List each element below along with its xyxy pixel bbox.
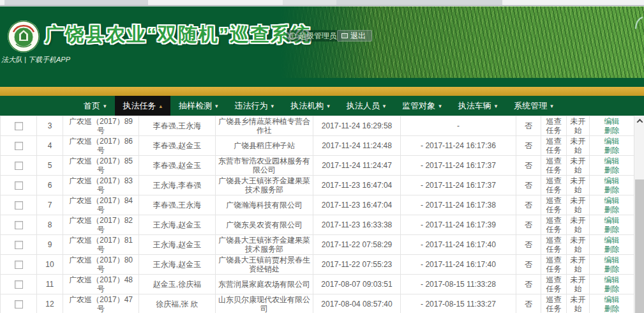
row-checkbox[interactable]	[15, 261, 23, 269]
edit-link[interactable]: 编辑	[604, 216, 620, 225]
task-type-cell: 巡查任务	[541, 156, 567, 176]
target-company-cell: 广饶东吴农资有限公司	[216, 215, 313, 235]
table-row: 6 广农巡（2017）83号 王永海,李春强 广饶县大王镇张齐金建果菜技术服务部…	[1, 176, 634, 195]
officers-cell: 王永海,赵金玉	[139, 235, 216, 255]
edit-link[interactable]: 编辑	[604, 236, 620, 245]
checkbox-cell	[1, 116, 37, 136]
row-number-cell: 11	[37, 275, 63, 294]
nav-item[interactable]: 系统管理 ▾	[505, 96, 562, 116]
delete-link[interactable]: 删除	[604, 165, 620, 174]
row-checkbox[interactable]	[15, 181, 23, 190]
doc-number-cell: 广农巡（2017）83号	[63, 176, 139, 195]
row-checkbox[interactable]	[15, 241, 23, 249]
nav-item-label: 执法机构	[290, 100, 324, 112]
logout-button[interactable]: 退出	[337, 30, 372, 42]
officers-cell: 王永海,赵金玉	[139, 255, 216, 275]
actions-cell: 编辑删除	[590, 294, 634, 313]
user-role-label: 超级管理员	[299, 31, 337, 42]
row-checkbox[interactable]	[15, 221, 23, 229]
created-time-cell: 2017-11-22 07:55:23	[313, 255, 401, 275]
flag-cell: 否	[516, 294, 541, 313]
time-range-cell: - 2017-08-15 11:33:28	[401, 275, 516, 294]
actions-cell: 编辑删除	[590, 156, 634, 176]
edit-link[interactable]: 编辑	[604, 156, 620, 165]
delete-link[interactable]: 删除	[604, 205, 620, 214]
row-checkbox[interactable]	[15, 162, 23, 170]
time-range-cell: - 2017-08-15 11:33:27	[401, 294, 516, 313]
edit-link[interactable]: 编辑	[604, 196, 620, 205]
doc-number-cell: 广农巡（2017）89号	[63, 116, 139, 136]
flag-cell: 否	[516, 255, 541, 275]
nav-item[interactable]: 违法行为 ▾	[227, 96, 283, 116]
doc-number-cell: 广农巡（2017）86号	[63, 136, 139, 156]
created-time-cell: 2017-11-22 07:58:29	[313, 235, 401, 255]
browser-tab-segment	[283, 0, 336, 5]
table-row: 4 广农巡（2017）86号 李春强,赵金玉 广饶县稻庄种子站 2017-11-…	[1, 136, 634, 156]
nav-item[interactable]: 执法人员 ▾	[338, 96, 394, 116]
vertical-scrollbar[interactable]	[634, 116, 644, 313]
edit-link[interactable]: 编辑	[604, 275, 620, 284]
delete-link[interactable]: 删除	[604, 185, 620, 194]
time-range-cell: - 2017-11-24 16:17:40	[401, 255, 516, 275]
checkbox-cell	[1, 176, 37, 195]
flag-cell: 否	[516, 156, 541, 176]
delete-link[interactable]: 删除	[604, 284, 620, 293]
edit-link[interactable]: 编辑	[604, 295, 620, 304]
flag-cell: 否	[516, 235, 541, 255]
time-range-cell: - 2017-11-24 16:17:39	[401, 215, 516, 235]
row-number-cell: 3	[37, 116, 63, 136]
delete-link[interactable]: 删除	[604, 225, 620, 234]
nav-item[interactable]: 首页 ▾	[75, 96, 115, 116]
gold-divider-bar	[0, 87, 644, 96]
delete-link[interactable]: 删除	[604, 304, 620, 313]
table-row: 3 广农巡（2017）89号 李春强,王永海 广饶县乡情蔬菜种植专营合作社 20…	[1, 116, 634, 136]
scroll-up-arrow[interactable]	[634, 116, 644, 126]
target-company-cell: 山东贝尔康现代农业有限公司	[216, 294, 313, 313]
delete-link[interactable]: 删除	[604, 245, 620, 254]
flag-cell: 否	[516, 136, 541, 156]
time-range-cell: - 2017-11-24 16:17:40	[401, 235, 516, 255]
delete-link[interactable]: 删除	[604, 264, 620, 273]
nav-item[interactable]: 监管对象 ▾	[394, 96, 450, 116]
delete-link[interactable]: 删除	[604, 146, 620, 155]
row-checkbox[interactable]	[15, 122, 23, 130]
checkbox-cell	[1, 215, 37, 235]
nav-item-label: 首页	[84, 100, 100, 112]
browser-tab-segment	[4, 0, 148, 5]
task-type-cell: 巡查任务	[541, 116, 567, 136]
row-checkbox[interactable]	[15, 300, 23, 309]
delete-link[interactable]: 删除	[604, 126, 620, 135]
row-number-cell: 10	[37, 255, 63, 275]
row-checkbox[interactable]	[15, 280, 23, 289]
row-checkbox[interactable]	[15, 142, 23, 150]
target-company-cell: 广饶县大王镇前贾村景春生资经销处	[216, 255, 313, 275]
edit-link[interactable]: 编辑	[604, 256, 620, 264]
user-role-badge[interactable]: i 超级管理员	[287, 30, 341, 42]
page-title: 广饶县农业“双随机”巡查系统	[45, 22, 311, 48]
task-type-cell: 巡查任务	[541, 294, 567, 313]
flag-cell: 否	[516, 275, 541, 294]
scrollbar-thumb[interactable]	[635, 179, 644, 313]
row-checkbox[interactable]	[15, 201, 23, 210]
logout-icon	[341, 33, 348, 38]
actions-cell: 编辑删除	[590, 275, 634, 294]
doc-number-cell: 广农巡（2017）84号	[63, 195, 139, 215]
app-window: 广饶县农业“双随机”巡查系统 i 超级管理员 退出 法大队 | 下载手机APP …	[0, 0, 644, 313]
chevron-up-icon	[636, 118, 643, 125]
breadcrumb: 法大队 | 下载手机APP	[1, 55, 70, 65]
nav-item[interactable]: 执法车辆 ▾	[450, 96, 506, 116]
edit-link[interactable]: 编辑	[604, 117, 620, 126]
nav-item[interactable]: 抽样检测 ▾	[170, 96, 227, 116]
nav-item-label: 违法行为	[235, 100, 268, 112]
chevron-down-icon: ▾	[327, 103, 330, 109]
nav-item[interactable]: 执法任务 ▴	[115, 96, 171, 116]
doc-number-cell: 广农巡（2017）48号	[63, 275, 139, 294]
edit-link[interactable]: 编辑	[604, 176, 620, 185]
nav-item[interactable]: 执法机构 ▾	[282, 96, 338, 116]
browser-tab-segment	[148, 0, 283, 5]
corner-decoration-icon	[634, 16, 643, 30]
edit-link[interactable]: 编辑	[604, 137, 620, 146]
browser-tab-segment	[0, 0, 4, 5]
status-cell: 未开始	[567, 116, 590, 136]
browser-tab-segment	[502, 0, 644, 5]
